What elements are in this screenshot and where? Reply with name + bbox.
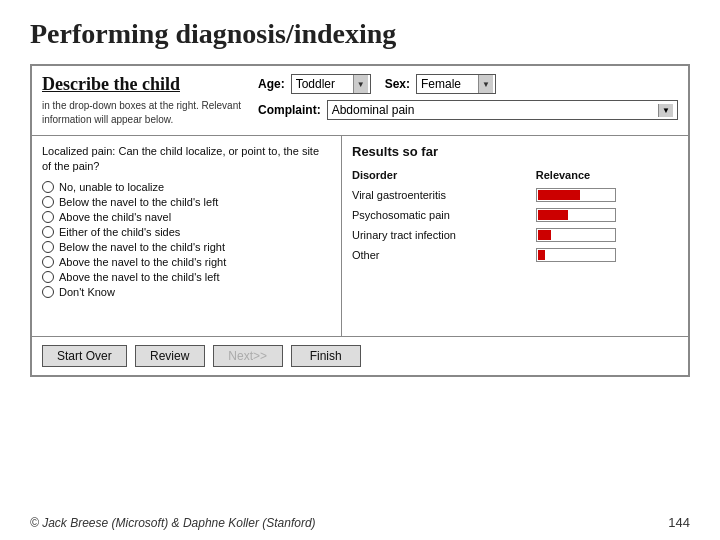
radio-circle	[42, 271, 54, 283]
age-value: Toddler	[296, 77, 335, 91]
next-button[interactable]: Next>>	[213, 345, 283, 367]
radio-label: Above the navel to the child's right	[59, 256, 226, 268]
results-table: Disorder Relevance Viral gastroenteritis…	[352, 167, 678, 265]
sex-label: Sex:	[385, 77, 410, 91]
radio-circle	[42, 211, 54, 223]
review-button[interactable]: Review	[135, 345, 205, 367]
radio-circle	[42, 256, 54, 268]
describe-subtitle: in the drop-down boxes at the right. Rel…	[42, 99, 242, 127]
radio-item[interactable]: Above the navel to the child's left	[42, 271, 331, 283]
top-section: Describe the child in the drop-down boxe…	[32, 66, 688, 136]
bottom-section: Start Over Review Next>> Finish	[32, 336, 688, 375]
page-number: 144	[668, 515, 690, 530]
describe-title: Describe the child	[42, 74, 242, 95]
question-text: Localized pain: Can the child localize, …	[42, 144, 331, 175]
sex-select[interactable]: Female ▼	[416, 74, 496, 94]
radio-label: Don't Know	[59, 286, 115, 298]
radio-item[interactable]: Above the navel to the child's right	[42, 256, 331, 268]
sex-arrow: ▼	[478, 75, 493, 93]
relevance-bar-container	[536, 208, 616, 222]
controls-block: Age: Toddler ▼ Sex: Female ▼ Complaint: …	[258, 74, 678, 120]
radio-list: No, unable to localizeBelow the navel to…	[42, 181, 331, 298]
radio-circle	[42, 181, 54, 193]
age-label: Age:	[258, 77, 285, 91]
col-disorder: Disorder	[352, 167, 530, 185]
relevance-bar-container	[536, 188, 616, 202]
radio-circle	[42, 196, 54, 208]
radio-circle	[42, 226, 54, 238]
right-panel: Results so far Disorder Relevance Viral …	[342, 136, 688, 336]
table-row: Viral gastroenteritis	[352, 185, 678, 205]
radio-label: Above the navel to the child's left	[59, 271, 219, 283]
radio-label: No, unable to localize	[59, 181, 164, 193]
table-row: Psychosomatic pain	[352, 205, 678, 225]
radio-circle	[42, 286, 54, 298]
disorder-cell: Urinary tract infection	[352, 225, 530, 245]
relevance-bar	[538, 230, 552, 240]
relevance-bar	[538, 250, 546, 260]
age-arrow: ▼	[353, 75, 368, 93]
disorder-cell: Other	[352, 245, 530, 265]
disorder-cell: Psychosomatic pain	[352, 205, 530, 225]
complaint-value: Abdominal pain	[332, 103, 415, 117]
radio-item[interactable]: Either of the child's sides	[42, 226, 331, 238]
sex-value: Female	[421, 77, 461, 91]
relevance-bar	[538, 190, 580, 200]
radio-item[interactable]: Above the child's navel	[42, 211, 331, 223]
left-panel: Localized pain: Can the child localize, …	[32, 136, 342, 336]
middle-section: Localized pain: Can the child localize, …	[32, 136, 688, 336]
disorder-cell: Viral gastroenteritis	[352, 185, 530, 205]
table-row: Urinary tract infection	[352, 225, 678, 245]
table-row: Other	[352, 245, 678, 265]
describe-block: Describe the child in the drop-down boxe…	[42, 74, 242, 127]
relevance-cell	[530, 185, 678, 205]
complaint-label: Complaint:	[258, 103, 321, 117]
relevance-cell	[530, 205, 678, 225]
radio-label: Above the child's navel	[59, 211, 171, 223]
page-container: Performing diagnosis/indexing Describe t…	[0, 0, 720, 540]
col-relevance: Relevance	[530, 167, 678, 185]
results-title: Results so far	[352, 144, 678, 159]
radio-item[interactable]: No, unable to localize	[42, 181, 331, 193]
age-sex-row: Age: Toddler ▼ Sex: Female ▼	[258, 74, 678, 94]
radio-item[interactable]: Don't Know	[42, 286, 331, 298]
radio-item[interactable]: Below the navel to the child's right	[42, 241, 331, 253]
finish-button[interactable]: Finish	[291, 345, 361, 367]
relevance-cell	[530, 245, 678, 265]
footer: © Jack Breese (Microsoft) & Daphne Kolle…	[30, 515, 690, 530]
relevance-bar	[538, 210, 568, 220]
radio-circle	[42, 241, 54, 253]
start-over-button[interactable]: Start Over	[42, 345, 127, 367]
radio-item[interactable]: Below the navel to the child's left	[42, 196, 331, 208]
age-select[interactable]: Toddler ▼	[291, 74, 371, 94]
relevance-bar-container	[536, 228, 616, 242]
complaint-arrow: ▼	[658, 104, 673, 117]
radio-label: Below the navel to the child's right	[59, 241, 225, 253]
radio-label: Below the navel to the child's left	[59, 196, 218, 208]
page-title: Performing diagnosis/indexing	[30, 18, 690, 50]
complaint-row: Complaint: Abdominal pain ▼	[258, 100, 678, 120]
radio-label: Either of the child's sides	[59, 226, 180, 238]
relevance-cell	[530, 225, 678, 245]
relevance-bar-container	[536, 248, 616, 262]
complaint-select[interactable]: Abdominal pain ▼	[327, 100, 678, 120]
main-box: Describe the child in the drop-down boxe…	[30, 64, 690, 377]
footer-credit: © Jack Breese (Microsoft) & Daphne Kolle…	[30, 516, 316, 530]
